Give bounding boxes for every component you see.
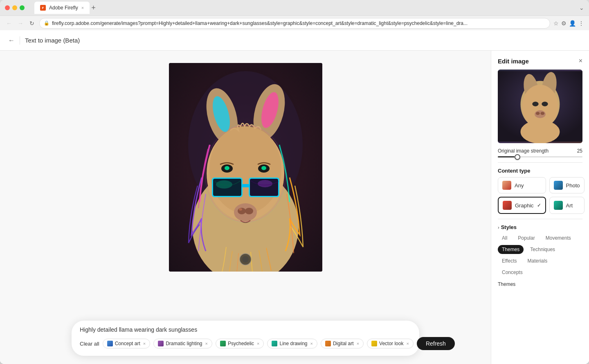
svg-rect-12 [242, 184, 250, 187]
tag-concept-art[interactable]: Concept art × [103, 339, 150, 348]
tab-close-button[interactable]: × [81, 5, 84, 10]
ct-option-art[interactable]: Art [549, 197, 585, 214]
style-tab-concepts[interactable]: Concepts [498, 268, 527, 277]
svg-point-35 [542, 102, 548, 107]
lock-icon: 🔒 [44, 20, 49, 26]
browser-window: F Adobe Firefly × + ⌄ ← → ↻ 🔒 firefly.co… [0, 0, 589, 364]
close-window-button[interactable] [5, 5, 10, 10]
active-tab[interactable]: F Adobe Firefly × [34, 2, 90, 14]
style-tabs: All Popular Movements Themes Techniques … [498, 234, 582, 277]
refresh-nav-button[interactable]: ↻ [28, 20, 36, 27]
svg-point-34 [532, 102, 538, 107]
app-header: ← Text to image (Beta) [0, 30, 589, 51]
minimize-window-button[interactable] [12, 5, 17, 10]
slider-thumb[interactable] [515, 154, 520, 160]
tab-bar: F Adobe Firefly × + [34, 2, 96, 14]
tag-vector-look[interactable]: Vector look × [367, 339, 414, 348]
svg-point-27 [225, 166, 229, 170]
tag-dramatic-lighting[interactable]: Dramatic lighting × [153, 339, 212, 348]
tag-close-vector-look[interactable]: × [406, 341, 409, 346]
page-title: Text to image (Beta) [25, 37, 80, 44]
style-tab-popular[interactable]: Popular [514, 234, 539, 243]
tag-label-vector-look: Vector look [379, 341, 403, 346]
tab-title: Adobe Firefly [49, 5, 78, 11]
clear-all-button[interactable]: Clear all [80, 341, 99, 347]
svg-point-9 [209, 125, 281, 213]
slider-track[interactable] [498, 156, 582, 157]
content-type-title: Content type [498, 168, 582, 174]
tag-close-dramatic-lighting[interactable]: × [205, 341, 208, 346]
tag-label-dramatic-lighting: Dramatic lighting [166, 341, 202, 346]
tag-icon-dramatic-lighting [158, 341, 164, 346]
panel-close-button[interactable]: × [579, 57, 582, 65]
refresh-button[interactable]: Refresh [417, 337, 455, 350]
tag-icon-psychedelic [220, 341, 226, 346]
tag-icon-concept-art [107, 341, 113, 346]
adobe-favicon: F [40, 5, 46, 11]
panel-title: Edit image [498, 58, 529, 65]
browser-toolbar: ☆ ⚙ 👤 ⋮ [553, 20, 584, 27]
styles-header[interactable]: › Styles [498, 224, 582, 230]
tag-close-concept-art[interactable]: × [143, 341, 146, 346]
tag-icon-vector-look [371, 341, 377, 346]
tag-label-digital-art: Digital art [333, 341, 354, 346]
styles-chevron-icon: › [498, 225, 499, 230]
titlebar: F Adobe Firefly × + ⌄ [0, 0, 589, 16]
ct-label-graphic: Graphic [515, 202, 534, 209]
divider-2 [498, 219, 582, 219]
style-tab-effects[interactable]: Effects [498, 256, 521, 265]
slider-label-row: Original image strength 25 [498, 148, 582, 154]
slider-fill [498, 156, 515, 157]
main-area: Highly detailed llama wearing dark sungl… [0, 51, 589, 364]
back-nav-button[interactable]: ← [5, 20, 13, 27]
ct-label-any: Any [515, 182, 524, 189]
ct-label-photo: Photo [566, 182, 580, 189]
tag-line-drawing[interactable]: Line drawing × [267, 339, 317, 348]
svg-point-16 [258, 180, 272, 187]
tag-close-digital-art[interactable]: × [357, 341, 359, 346]
style-tab-movements[interactable]: Movements [542, 234, 575, 243]
svg-point-37 [536, 112, 540, 115]
app-content: ← Text to image (Beta) [0, 30, 589, 364]
forward-nav-button[interactable]: → [16, 20, 25, 27]
original-image-thumbnail [498, 70, 582, 143]
ct-option-any[interactable]: Any [498, 177, 546, 193]
edit-panel: Edit image × [491, 51, 589, 364]
new-tab-button[interactable]: + [91, 4, 96, 11]
tag-close-psychedelic[interactable]: × [257, 341, 259, 346]
tag-psychedelic[interactable]: Psychedelic × [216, 339, 264, 348]
svg-point-19 [245, 208, 253, 214]
ct-option-photo[interactable]: Photo [549, 177, 585, 193]
slider-value: 25 [577, 148, 582, 154]
tag-icon-line-drawing [272, 341, 277, 346]
prompt-text[interactable]: Highly detailed llama wearing dark sungl… [80, 326, 411, 333]
tag-icon-digital-art [325, 341, 331, 346]
slider-label: Original image strength [498, 148, 549, 154]
browser-menu-icon[interactable]: ⌄ [579, 4, 584, 11]
tag-digital-art[interactable]: Digital art × [321, 339, 364, 348]
ct-check-graphic: ✓ [537, 202, 541, 208]
more-icon[interactable]: ⋮ [578, 20, 584, 27]
tags-row: Clear all Concept art × Dramatic lightin… [80, 337, 411, 350]
ct-icon-any [502, 181, 511, 190]
maximize-window-button[interactable] [20, 5, 25, 10]
profile-icon[interactable]: 👤 [569, 20, 576, 27]
extension-icon[interactable]: ⚙ [561, 20, 567, 27]
app-back-button[interactable]: ← [8, 37, 15, 44]
style-tab-themes[interactable]: Themes [498, 245, 524, 254]
ct-option-graphic[interactable]: Graphic ✓ [498, 197, 546, 214]
url-bar[interactable]: 🔒 firefly.corp.adobe.com/generate/images… [39, 18, 550, 29]
bookmark-icon[interactable]: ☆ [553, 20, 559, 27]
tag-label-psychedelic: Psychedelic [228, 341, 254, 346]
content-type-grid: Any Photo Graphic ✓ A [498, 177, 582, 214]
themes-label: Themes [498, 281, 515, 287]
header-divider [20, 36, 20, 45]
style-tab-all[interactable]: All [498, 234, 511, 243]
style-tab-materials[interactable]: Materials [523, 256, 551, 265]
svg-point-40 [521, 120, 560, 143]
style-tab-techniques[interactable]: Techniques [526, 245, 559, 254]
generated-image [169, 63, 322, 272]
tag-label-line-drawing: Line drawing [279, 341, 307, 346]
tag-close-line-drawing[interactable]: × [310, 341, 313, 346]
addressbar: ← → ↻ 🔒 firefly.corp.adobe.com/generate/… [0, 16, 589, 30]
